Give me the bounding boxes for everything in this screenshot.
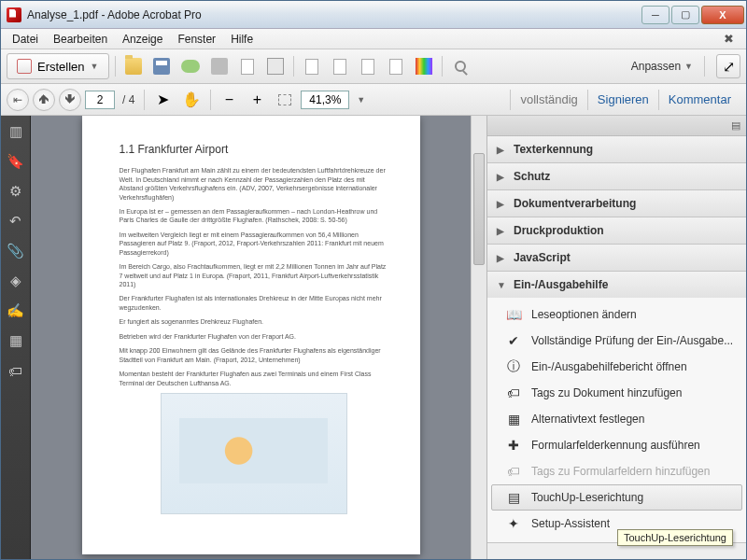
tool-label: TouchUp-Leserichtung	[531, 491, 643, 504]
chevron-right-icon: ▶	[497, 253, 506, 263]
select-tool[interactable]: ➤	[150, 88, 175, 112]
export-icon	[305, 59, 318, 75]
page-number-input[interactable]	[85, 91, 115, 109]
scan-icon	[333, 59, 346, 75]
hand-tool[interactable]: ✋	[178, 88, 204, 112]
cloud-button[interactable]	[177, 54, 204, 78]
expand-icon: ⤢	[723, 58, 735, 76]
panel-menu-icon[interactable]: ▤	[731, 119, 740, 132]
page-text: Der Flughafen Frankfurt am Main zählt zu…	[120, 166, 388, 202]
layers-icon[interactable]: ◈	[7, 273, 24, 289]
panel-section-5[interactable]: ▼Ein-/Ausgabehilfe	[487, 272, 746, 298]
tool-icon: ✔	[505, 332, 522, 349]
panel-section-label: Texterkennung	[514, 143, 593, 156]
create-button[interactable]: Erstellen ▼	[7, 53, 109, 79]
scrollbar-thumb[interactable]	[473, 153, 485, 265]
attachments-icon[interactable]: 📎	[7, 243, 24, 259]
tool-label: Tags zu Formularfeldern hinzufügen	[531, 465, 710, 478]
doc-scrollbar[interactable]	[471, 116, 486, 559]
multimedia-button[interactable]	[412, 54, 436, 78]
menu-fenster[interactable]: Fenster	[170, 31, 223, 48]
panel-header: ▤	[487, 116, 746, 136]
open-button[interactable]	[121, 54, 146, 78]
fullscreen-button[interactable]: ⤢	[716, 54, 740, 78]
mail-button[interactable]	[263, 54, 288, 78]
tool-row-0[interactable]: 📖Leseoptionen ändern	[487, 301, 746, 328]
tool-row-2[interactable]: ⓘEin-/Ausgabehilfebericht öffnen	[487, 354, 746, 380]
panel-section-3[interactable]: ▶Druckproduktion	[487, 217, 746, 244]
bookmarks-icon[interactable]: 🔖	[7, 153, 24, 170]
share-button[interactable]	[235, 54, 260, 78]
page-text: Er fungiert als sogenanntes Drehkreuz Fl…	[120, 317, 388, 326]
edit-button[interactable]	[356, 54, 380, 78]
chevron-right-icon: ▶	[497, 199, 506, 209]
export-button[interactable]	[300, 54, 324, 78]
page-figure	[161, 393, 347, 514]
search-button[interactable]	[448, 54, 472, 78]
help-icon[interactable]: ✖	[720, 31, 737, 48]
menubar: Datei Bearbeiten Anzeige Fenster Hilfe ✖	[1, 29, 746, 49]
undo-icon[interactable]: ↶	[7, 213, 24, 230]
edit-icon	[361, 59, 374, 75]
tool-icon: ⓘ	[505, 358, 522, 375]
folder-icon	[125, 58, 142, 75]
mode-comment[interactable]: Kommentar	[659, 92, 740, 106]
panel-section-1[interactable]: ▶Schutz	[487, 163, 746, 189]
customize-menu[interactable]: Anpassen ▼	[626, 60, 698, 73]
print-button[interactable]	[207, 54, 232, 78]
form-button[interactable]	[384, 54, 408, 78]
zoom-in-button[interactable]: +	[245, 88, 269, 112]
zoom-out-icon: −	[225, 91, 233, 108]
signatures-icon[interactable]: ✍	[7, 302, 24, 319]
tool-icon: ✚	[505, 437, 522, 454]
menu-datei[interactable]: Datei	[5, 31, 46, 48]
save-button[interactable]	[149, 54, 174, 78]
page-text: Im weltweiten Vergleich liegt er mit ein…	[120, 231, 388, 257]
chevron-down-icon[interactable]: ▼	[353, 95, 369, 105]
tool-icon: 📖	[505, 306, 522, 323]
tool-icon: ▦	[505, 411, 522, 427]
tool-row-4[interactable]: ▦Alternativtext festlegen	[487, 406, 746, 432]
print-icon	[211, 58, 228, 75]
panel-section-label: Schutz	[514, 170, 550, 183]
zoom-out-button[interactable]: −	[217, 88, 241, 112]
gear-icon[interactable]: ⚙	[7, 183, 24, 200]
scan-button[interactable]	[328, 54, 352, 78]
tool-row-3[interactable]: 🏷Tags zu Dokument hinzufügen	[487, 380, 746, 406]
mode-full[interactable]: vollständig	[511, 92, 586, 106]
panel-section-2[interactable]: ▶Dokumentverarbeitung	[487, 190, 746, 217]
thumbnails-icon[interactable]: ▥	[7, 123, 24, 140]
menu-anzeige[interactable]: Anzeige	[115, 31, 170, 48]
app-icon	[7, 7, 21, 22]
document-viewport[interactable]: 1.1 Frankfurter Airport Der Flughafen Fr…	[31, 116, 471, 559]
tool-icon: ▤	[505, 489, 522, 506]
tool-label: Formularfelderkennung ausführen	[531, 439, 700, 452]
page-up-button[interactable]: 🡹	[33, 89, 55, 111]
panel-section-4[interactable]: ▶JavaScript	[487, 245, 746, 271]
tooltip: TouchUp-Leserichtung	[617, 529, 733, 546]
minimize-button[interactable]: ─	[641, 6, 669, 24]
app-window: Analyse_1.pdf - Adobe Acrobat Pro ─ ▢ X …	[0, 0, 747, 560]
panel-section-label: Ein-/Ausgabehilfe	[514, 278, 608, 291]
zoom-input[interactable]	[301, 91, 349, 109]
page-down-button[interactable]: 🡻	[59, 89, 81, 111]
tool-row-1[interactable]: ✔Vollständige Prüfung der Ein-/Ausgabe..…	[487, 328, 746, 354]
tool-label: Setup-Assistent	[531, 517, 610, 530]
chevron-down-icon: ▼	[684, 62, 693, 71]
menu-hilfe[interactable]: Hilfe	[223, 31, 261, 48]
tags-icon[interactable]: 🏷	[7, 362, 24, 379]
chevron-right-icon: ▶	[497, 172, 506, 182]
pages-icon[interactable]: ▦	[7, 332, 24, 349]
page-first-button[interactable]: ⇤	[7, 89, 29, 111]
panel-section-0[interactable]: ▶Texterkennung	[487, 136, 746, 162]
close-button[interactable]: X	[701, 6, 744, 24]
maximize-button[interactable]: ▢	[671, 6, 699, 24]
tool-row-7[interactable]: ▤TouchUp-Leserichtung	[491, 484, 742, 511]
menu-bearbeiten[interactable]: Bearbeiten	[46, 31, 115, 48]
titlebar: Analyse_1.pdf - Adobe Acrobat Pro ─ ▢ X	[1, 1, 746, 29]
nav-rail: ▥ 🔖 ⚙ ↶ 📎 ◈ ✍ ▦ 🏷	[1, 116, 31, 559]
marquee-zoom-button[interactable]	[273, 88, 297, 112]
tool-row-5[interactable]: ✚Formularfelderkennung ausführen	[487, 432, 746, 458]
hand-icon: ✋	[182, 91, 201, 108]
mode-sign[interactable]: Signieren	[588, 92, 658, 106]
